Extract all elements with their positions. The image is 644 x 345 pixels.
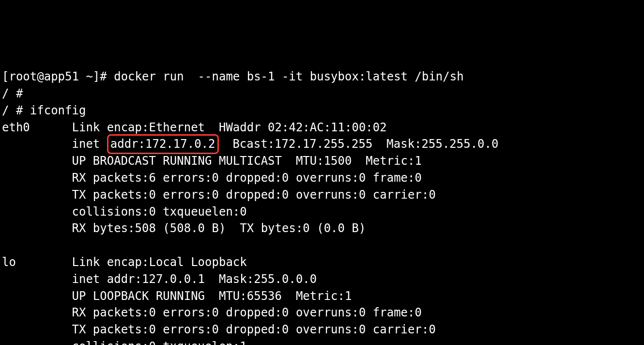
interface-lo-name: lo — [2, 255, 16, 269]
lo-link: Link encap:Local Loopback — [72, 255, 247, 269]
eth0-bytes: RX bytes:508 (508.0 B) TX bytes:0 (0.0 B… — [72, 221, 366, 235]
docker-command: docker run --name bs-1 -it busybox:lates… — [114, 70, 463, 83]
interface-eth0-name: eth0 — [2, 121, 30, 134]
lo-rx-packets: RX packets:0 errors:0 dropped:0 overruns… — [72, 306, 422, 319]
terminal-output[interactable]: [root@app51 ~]# docker run --name bs-1 -… — [2, 68, 642, 345]
ifconfig-command: ifconfig — [30, 104, 86, 117]
lo-collisions: collisions:0 txqueuelen:1 — [72, 340, 247, 345]
eth0-rx-packets: RX packets:6 errors:0 dropped:0 overruns… — [72, 171, 422, 185]
lo-inet: inet addr:127.0.0.1 Mask:255.0.0.0 — [72, 272, 317, 286]
shell-prompt: / # — [2, 104, 23, 117]
lo-tx-packets: TX packets:0 errors:0 dropped:0 overruns… — [72, 323, 436, 336]
lo-flags: UP LOOPBACK RUNNING MTU:65536 Metric:1 — [72, 289, 352, 303]
eth0-bcast-mask: Bcast:172.17.255.255 Mask:255.255.0.0 — [219, 137, 499, 151]
eth0-collisions: collisions:0 txqueuelen:0 — [72, 205, 247, 219]
eth0-tx-packets: TX packets:0 errors:0 dropped:0 overruns… — [72, 188, 436, 202]
eth0-link: Link encap:Ethernet HWaddr 02:42:AC:11:0… — [72, 121, 387, 134]
eth0-inet-prefix: inet — [72, 137, 107, 151]
eth0-flags: UP BROADCAST RUNNING MULTICAST MTU:1500 … — [72, 154, 422, 168]
shell-prompt-host: [root@app51 ~]# — [2, 70, 114, 83]
eth0-addr-highlight: addr:172.17.0.2 — [107, 134, 219, 154]
shell-prompt: / # — [2, 87, 23, 100]
